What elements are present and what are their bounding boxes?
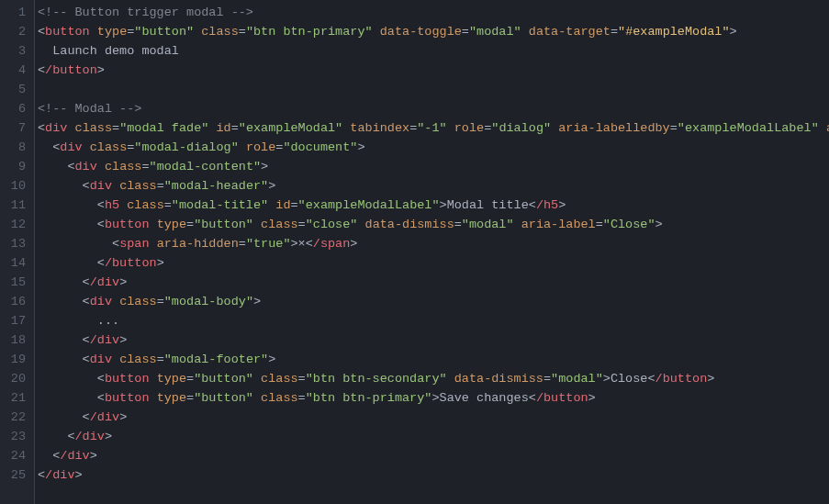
code-token: > <box>558 198 566 212</box>
line-number: 8 <box>6 138 26 157</box>
code-token: > <box>440 198 447 212</box>
code-line[interactable]: <button type="button" class="close" data… <box>35 215 829 234</box>
code-line[interactable]: <!-- Modal --> <box>35 99 829 118</box>
line-number: 3 <box>6 41 26 61</box>
code-token: > <box>253 295 261 308</box>
code-line[interactable]: </div> <box>35 446 829 465</box>
code-token: /h5 <box>536 198 558 212</box>
code-token: /div <box>90 275 119 289</box>
code-token: ... <box>38 314 119 328</box>
code-token: class <box>201 25 239 39</box>
code-token: > <box>119 333 127 347</box>
code-line[interactable]: </div> <box>35 427 829 446</box>
code-line[interactable]: <button type="button" class="btn btn-sec… <box>35 369 829 388</box>
code-token: > <box>97 63 105 77</box>
line-number: 2 <box>6 22 26 41</box>
code-token: > <box>655 218 663 231</box>
code-token: id <box>275 198 290 212</box>
code-line[interactable]: <div class="modal fade" id="exampleModal… <box>35 118 829 138</box>
code-token <box>38 160 67 174</box>
line-number: 25 <box>6 465 26 485</box>
code-token: class <box>90 140 128 154</box>
code-token: class <box>119 179 157 193</box>
code-line[interactable]: <div class="modal-footer"> <box>35 350 829 369</box>
code-token: < <box>83 179 90 193</box>
code-line[interactable]: <div class="modal-header"> <box>35 176 829 196</box>
line-number: 5 <box>6 80 26 99</box>
code-token: > <box>730 25 737 39</box>
code-token <box>38 237 112 251</box>
code-line[interactable]: <div class="modal-body"> <box>35 292 829 311</box>
code-token: "modal" <box>462 218 514 231</box>
code-token: /div <box>90 410 119 424</box>
code-token: /div <box>60 449 89 463</box>
code-token: button <box>105 218 150 231</box>
code-token: = <box>112 121 119 135</box>
code-token: > <box>90 449 97 463</box>
code-line[interactable]: <!-- Button trigger modal --> <box>35 3 829 22</box>
line-number: 16 <box>6 292 26 311</box>
code-token: "#exampleModal" <box>618 25 730 39</box>
code-line[interactable]: ... <box>35 311 829 330</box>
code-line[interactable]: <button type="button" class="btn btn-pri… <box>35 22 829 41</box>
code-token: class <box>105 160 142 174</box>
code-token: div <box>45 121 67 135</box>
code-token: = <box>291 198 298 212</box>
code-line[interactable]: </div> <box>35 465 829 485</box>
code-line[interactable]: </button> <box>35 61 829 80</box>
code-token: < <box>97 198 105 212</box>
code-token: = <box>186 391 194 405</box>
code-line[interactable]: </button> <box>35 253 829 273</box>
code-token: div <box>75 160 97 174</box>
code-token: = <box>543 372 551 386</box>
code-line[interactable]: <button type="button" class="btn btn-pri… <box>35 388 829 408</box>
code-token: "modal-title" <box>172 198 268 212</box>
code-token: "modal-header" <box>164 179 268 193</box>
code-token: < <box>97 256 105 270</box>
code-token <box>447 372 454 386</box>
code-token: = <box>454 218 462 231</box>
code-line[interactable]: </div> <box>35 330 829 350</box>
code-token <box>239 140 246 154</box>
code-token: < <box>97 218 105 231</box>
line-number: 7 <box>6 118 26 138</box>
code-token <box>253 372 261 386</box>
code-token: tabindex <box>350 121 409 135</box>
code-token: = <box>157 179 164 193</box>
code-token <box>38 179 83 193</box>
code-line[interactable]: <div class="modal-dialog" role="document… <box>35 138 829 157</box>
code-token: div <box>90 179 112 193</box>
code-line[interactable]: <span aria-hidden="true">×</span> <box>35 234 829 253</box>
code-token <box>357 218 364 231</box>
code-line[interactable]: Launch demo modal <box>35 41 829 61</box>
code-token: "document" <box>283 140 357 154</box>
code-token: div <box>60 140 82 154</box>
code-token: < <box>83 410 90 424</box>
code-line[interactable]: </div> <box>35 273 829 292</box>
code-line[interactable]: <div class="modal-content"> <box>35 157 829 176</box>
code-token: > <box>350 237 357 251</box>
code-editor[interactable]: 1234567891011121314151617181920212223242… <box>0 0 829 504</box>
code-token <box>38 391 97 405</box>
code-token: "modal-dialog" <box>134 140 238 154</box>
code-area[interactable]: <!-- Button trigger modal --><button typ… <box>34 0 829 504</box>
code-token: div <box>90 295 112 308</box>
line-number: 24 <box>6 446 26 465</box>
code-token: < <box>83 333 90 347</box>
code-line[interactable]: <h5 class="modal-title" id="exampleModal… <box>35 196 829 215</box>
line-number: 4 <box>6 61 26 80</box>
code-token: class <box>261 391 298 405</box>
code-token: "btn btn-secondary" <box>306 372 447 386</box>
code-token: class <box>119 295 157 308</box>
code-token: < <box>529 198 536 212</box>
code-line[interactable]: </div> <box>35 408 829 427</box>
code-line[interactable] <box>35 80 829 99</box>
line-number: 1 <box>6 3 26 22</box>
code-token: = <box>239 237 246 251</box>
code-token: > <box>119 275 127 289</box>
code-token: = <box>596 218 603 231</box>
code-token: type <box>157 372 186 386</box>
code-token <box>38 218 97 231</box>
code-token: id <box>216 121 230 135</box>
line-number: 18 <box>6 330 26 350</box>
